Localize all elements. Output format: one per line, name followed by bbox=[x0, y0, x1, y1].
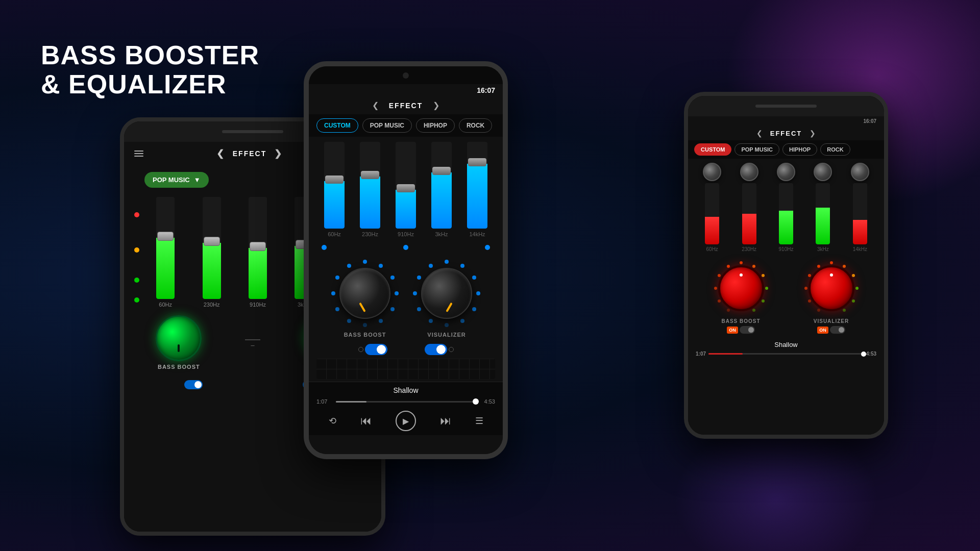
right-knob-top-1[interactable] bbox=[703, 163, 721, 181]
center-thumb-5[interactable] bbox=[468, 158, 486, 166]
center-chip-hiphop[interactable]: HIPHOP bbox=[416, 118, 455, 133]
svg-point-21 bbox=[413, 291, 417, 295]
svg-point-20 bbox=[417, 276, 421, 280]
right-viz-on-badge: ON bbox=[817, 327, 828, 334]
center-preset-chips: CUSTOM POP MUSIC HIPHOP ROCK bbox=[309, 114, 503, 137]
right-slider-4[interactable] bbox=[816, 183, 830, 244]
left-slider-2[interactable] bbox=[203, 197, 221, 299]
left-slider-1[interactable] bbox=[156, 197, 175, 299]
center-bass-toggle-indicator bbox=[358, 347, 363, 352]
center-viz-toggle[interactable] bbox=[425, 344, 454, 355]
right-bass-on-badge: ON bbox=[727, 327, 738, 334]
center-slider-4[interactable] bbox=[431, 142, 452, 229]
center-bass-toggle-pill[interactable] bbox=[365, 344, 387, 355]
right-next-arrow[interactable]: ❯ bbox=[810, 129, 816, 137]
center-repeat-btn[interactable]: ⟲ bbox=[329, 415, 336, 427]
center-thumb-3[interactable] bbox=[397, 184, 415, 192]
left-bass-toggle-pill[interactable] bbox=[184, 380, 203, 389]
center-prev-btn[interactable]: ⏮ bbox=[360, 414, 372, 428]
right-progress-bar[interactable] bbox=[708, 353, 864, 355]
center-slider-1[interactable] bbox=[324, 142, 345, 229]
center-prev-arrow[interactable]: ❮ bbox=[372, 101, 379, 110]
right-knob-top-2[interactable] bbox=[740, 163, 758, 181]
center-slider-5[interactable] bbox=[467, 142, 487, 229]
right-chip-custom[interactable]: CUSTOM bbox=[694, 143, 731, 156]
right-player: Shallow 1:07 4:53 bbox=[688, 338, 884, 360]
left-prev-arrow[interactable] bbox=[216, 148, 225, 159]
left-slider-3[interactable] bbox=[249, 197, 267, 299]
right-bass-knob-inner bbox=[718, 265, 764, 311]
led-red bbox=[134, 212, 139, 217]
center-next-btn[interactable]: ⏭ bbox=[440, 414, 451, 428]
right-ch2: 230Hz bbox=[732, 163, 765, 252]
svg-point-3 bbox=[395, 291, 399, 295]
right-progress-fill bbox=[708, 353, 743, 355]
right-slider-3[interactable] bbox=[779, 183, 793, 244]
center-slider-2[interactable] bbox=[360, 142, 380, 229]
right-screen: 16:07 ❮ EFFECT ❯ CUSTOM POP MUSIC HIPHOP… bbox=[688, 116, 884, 437]
center-thumb-2[interactable] bbox=[361, 171, 379, 179]
center-thumb-4[interactable] bbox=[432, 167, 451, 175]
right-bass-on-pill[interactable] bbox=[740, 326, 755, 334]
right-bass-toggle[interactable]: ON bbox=[727, 326, 755, 334]
center-bass-knob[interactable] bbox=[339, 268, 390, 319]
menu-button[interactable] bbox=[134, 151, 143, 157]
center-chip-custom[interactable]: CUSTOM bbox=[316, 118, 358, 133]
center-slider-3[interactable] bbox=[396, 142, 416, 229]
left-thumb-3[interactable] bbox=[250, 242, 266, 251]
center-progress-bar[interactable] bbox=[336, 401, 476, 403]
center-bass-toggle[interactable] bbox=[358, 344, 387, 355]
center-progress-fill bbox=[336, 401, 366, 403]
right-slider-2[interactable] bbox=[742, 183, 756, 244]
right-bass-knob[interactable] bbox=[718, 265, 764, 311]
center-ch4: 3kHz bbox=[426, 142, 457, 237]
right-prev-arrow[interactable]: ❮ bbox=[756, 129, 763, 137]
svg-point-18 bbox=[445, 323, 449, 327]
left-toggle-bass[interactable] bbox=[184, 380, 203, 389]
left-thumb-1[interactable] bbox=[157, 232, 174, 241]
right-chip-rock[interactable]: ROCK bbox=[820, 143, 850, 156]
left-thumb-2[interactable] bbox=[204, 237, 220, 246]
center-ch1: 60Hz bbox=[319, 142, 350, 237]
left-fill-3 bbox=[249, 248, 267, 299]
center-player-controls: ⟲ ⏮ ▶ ⏭ ☰ bbox=[316, 411, 495, 431]
right-slider-1[interactable] bbox=[705, 183, 719, 244]
right-chip-hiphop[interactable]: HIPHOP bbox=[782, 143, 817, 156]
svg-point-38 bbox=[855, 287, 859, 290]
center-time-bar: 16:07 bbox=[309, 84, 503, 96]
right-viz-knob[interactable] bbox=[808, 265, 854, 311]
right-knob-top-3[interactable] bbox=[777, 163, 795, 181]
right-viz-toggle[interactable]: ON bbox=[817, 326, 845, 334]
center-chip-rock[interactable]: ROCK bbox=[459, 118, 492, 133]
left-preset-arrow: ▼ bbox=[194, 176, 201, 184]
center-dots-row bbox=[309, 242, 503, 253]
right-knob-top-5[interactable] bbox=[851, 163, 869, 181]
right-slider-5[interactable] bbox=[853, 183, 867, 244]
center-play-btn[interactable]: ▶ bbox=[396, 411, 416, 431]
right-preset-chips: CUSTOM POP MUSIC HIPHOP ROCK bbox=[688, 140, 884, 159]
center-fill-3 bbox=[396, 190, 416, 229]
camera-dot bbox=[403, 72, 409, 79]
left-bass-knob[interactable] bbox=[156, 315, 202, 361]
right-time-total-display: 4:53 bbox=[866, 351, 876, 357]
right-knob-top-4[interactable] bbox=[814, 163, 832, 181]
led-green-2 bbox=[134, 297, 139, 303]
center-chip-pop[interactable]: POP MUSIC bbox=[362, 118, 412, 133]
svg-point-17 bbox=[460, 319, 464, 323]
center-next-arrow[interactable]: ❯ bbox=[433, 101, 439, 110]
right-ch5: 14kHz bbox=[844, 163, 876, 252]
center-freq-1: 60Hz bbox=[328, 231, 341, 237]
right-freq-5: 14kHz bbox=[853, 246, 867, 252]
center-viz-toggle-pill[interactable] bbox=[425, 344, 447, 355]
left-next-arrow[interactable] bbox=[274, 148, 283, 159]
center-playlist-btn[interactable]: ☰ bbox=[475, 415, 483, 427]
left-freq-3: 910Hz bbox=[250, 302, 266, 308]
center-thumb-1[interactable] bbox=[325, 176, 344, 184]
center-viz-knob[interactable] bbox=[421, 268, 472, 319]
svg-point-10 bbox=[335, 307, 339, 311]
right-chip-pop[interactable]: POP MUSIC bbox=[734, 143, 779, 156]
left-preset-button[interactable]: POP MUSIC ▼ bbox=[144, 172, 209, 188]
right-time-current-display: 1:07 bbox=[696, 351, 706, 357]
right-viz-on-pill[interactable] bbox=[830, 326, 845, 334]
center-freq-4: 3kHz bbox=[435, 231, 448, 237]
